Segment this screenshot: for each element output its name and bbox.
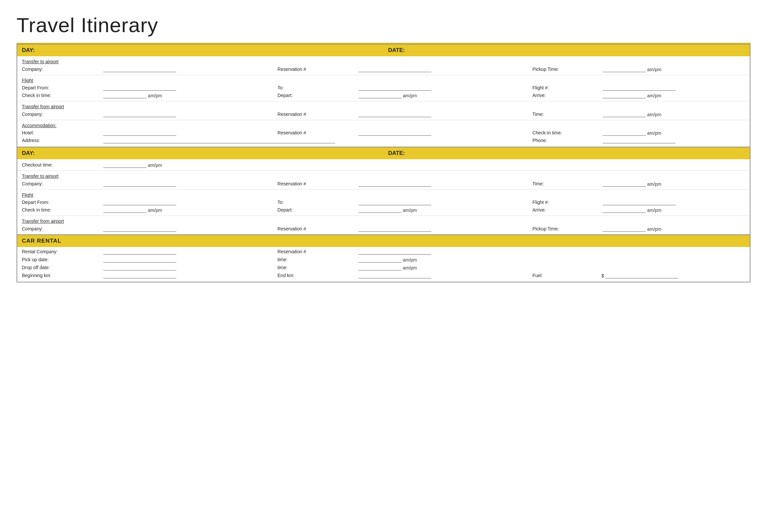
transfer-to2-reservation-field[interactable] xyxy=(359,181,431,187)
transfer-from1-time-label: Time: xyxy=(528,110,597,120)
flight1-heading-row: Flight xyxy=(17,75,750,84)
flight1-arrive-field[interactable] xyxy=(603,92,646,98)
transfer-from-airport-1-heading-row: Transfer from airport xyxy=(17,101,750,110)
transfer-to2-time-label: Time: xyxy=(528,179,597,190)
transfer-from2-company-label: Company: xyxy=(17,224,97,235)
transfer-from2-reservation-field[interactable] xyxy=(359,226,431,232)
flight2-arrive-ampm: am/pm xyxy=(647,208,661,213)
transfer-from1-time-field[interactable] xyxy=(603,111,646,117)
transfer1-ampm: am/pm xyxy=(647,67,661,72)
transfer1-pickup-field[interactable] xyxy=(603,66,646,72)
accommodation-1-row1: Hotel: Reservation # Check-in time: am/p… xyxy=(17,129,750,136)
checkout-ampm: am/pm xyxy=(148,163,162,168)
flight2-arrive-field[interactable] xyxy=(603,207,646,213)
transfer-from-airport-2-fields-row: Company: Reservation # Pickup Time: am/p… xyxy=(17,224,750,235)
transfer1-reservation-label: Reservation # xyxy=(273,65,353,75)
end-km-label: End km: xyxy=(273,271,353,282)
transfer-to2-company-label: Company: xyxy=(17,179,97,190)
day1-label: DAY: xyxy=(17,44,384,56)
beginning-km-field[interactable] xyxy=(103,272,176,278)
flight1-flightnum-label: Flight #: xyxy=(528,84,597,91)
flight2-depart-ampm: am/pm xyxy=(403,208,417,213)
day2-label: DAY: xyxy=(17,147,384,159)
dropoff-date-field[interactable] xyxy=(103,265,176,270)
transfer-from1-reservation-field[interactable] xyxy=(359,111,431,117)
flight2-depart-field[interactable] xyxy=(359,207,402,213)
accommodation1-checkin-field[interactable] xyxy=(603,130,646,136)
transfer-to2-company-field[interactable] xyxy=(103,181,176,187)
dropoff-time-ampm: am/pm xyxy=(403,265,417,270)
transfer-to-airport-1-heading: Transfer to airport xyxy=(22,59,59,64)
rental-company-field[interactable] xyxy=(103,249,176,255)
accommodation1-address-field[interactable] xyxy=(103,137,335,143)
transfer1-company-field[interactable] xyxy=(103,66,176,72)
car-rental-heading: CAR RENTAL xyxy=(17,235,750,247)
transfer-from1-company-field[interactable] xyxy=(103,111,176,117)
transfer-from2-company-field[interactable] xyxy=(103,226,176,232)
flight1-depart-field[interactable] xyxy=(359,92,402,98)
car-rental-row4: Beginning km: End km: Fuel: $ xyxy=(17,271,750,282)
flight2-depart-from-label: Depart From: xyxy=(17,198,97,206)
flight1-to-field[interactable] xyxy=(359,85,431,91)
accommodation1-reservation-field[interactable] xyxy=(359,130,431,136)
flight1-flightnum-field[interactable] xyxy=(603,85,676,91)
transfer1-reservation-field[interactable] xyxy=(359,66,431,72)
accommodation1-phone-field[interactable] xyxy=(603,137,676,143)
car-rental-header-row: CAR RENTAL xyxy=(17,235,750,247)
dropoff-time-label: time: xyxy=(273,264,353,271)
transfer-from1-reservation-label: Reservation # xyxy=(273,110,353,120)
transfer-to2-ampm: am/pm xyxy=(647,181,661,187)
flight2-checkin-label: Check in time: xyxy=(17,206,97,216)
transfer-from2-pickup-label: Pickup Time: xyxy=(528,224,597,235)
dropoff-date-label: Drop off date: xyxy=(17,264,97,271)
car-rental-row3: Drop off date: time: am/pm xyxy=(17,264,750,271)
checkout-field[interactable] xyxy=(103,162,146,168)
flight1-arrive-ampm: am/pm xyxy=(647,93,661,98)
flight2-to-field[interactable] xyxy=(359,199,431,205)
flight2-checkin-field[interactable] xyxy=(103,207,146,213)
date1-label: DATE: xyxy=(384,44,750,56)
transfer-to-airport-1-heading-row: Transfer to airport xyxy=(17,56,750,65)
accommodation1-hotel-field[interactable] xyxy=(103,130,176,136)
pickup-time-label: time: xyxy=(273,256,353,264)
transfer-from2-pickup-field[interactable] xyxy=(603,226,646,232)
pickup-date-field[interactable] xyxy=(103,257,176,263)
fuel-label: Fuel: xyxy=(528,271,597,282)
accommodation1-hotel-label: Hotel: xyxy=(17,129,97,136)
fuel-dollar: $ xyxy=(601,273,604,278)
flight2-row1: Depart From: To: Flight #: xyxy=(17,198,750,206)
end-km-field[interactable] xyxy=(359,272,431,278)
flight1-to-label: To: xyxy=(273,84,353,91)
transfer-from1-ampm: am/pm xyxy=(647,112,661,117)
flight1-checkin-field[interactable] xyxy=(103,92,146,98)
dropoff-time-field[interactable] xyxy=(359,265,402,270)
rental-reservation-label: Reservation # xyxy=(273,247,353,256)
transfer-from2-ampm: am/pm xyxy=(647,226,661,232)
flight2-flightnum-field[interactable] xyxy=(603,199,676,205)
beginning-km-label: Beginning km: xyxy=(17,271,97,282)
transfer-to2-time-field[interactable] xyxy=(603,181,646,187)
transfer-to-airport-2-heading: Transfer to airport xyxy=(22,173,59,179)
transfer-from-airport-1-heading: Transfer from airport xyxy=(22,104,64,109)
fuel-field[interactable] xyxy=(605,272,678,278)
pickup-time-field[interactable] xyxy=(359,257,402,263)
rental-reservation-field[interactable] xyxy=(359,249,431,255)
flight2-depart-from-field[interactable] xyxy=(103,199,176,205)
page-title: Travel Itinerary xyxy=(17,13,750,37)
flight2-to-label: To: xyxy=(273,198,353,206)
pickup-date-label: Pick up date: xyxy=(17,256,97,264)
transfer-to-airport-1-fields-row: Company: Reservation # Pickup Time: am/p… xyxy=(17,65,750,75)
transfer-to-airport-2-heading-row: Transfer to airport xyxy=(17,171,750,180)
accommodation-1-row2: Address: Phone: xyxy=(17,136,750,147)
transfer-to2-reservation-label: Reservation # xyxy=(273,179,353,190)
flight1-depart-ampm: am/pm xyxy=(403,93,417,98)
flight1-checkin-label: Check in time: xyxy=(17,91,97,101)
flight1-depart-from-field[interactable] xyxy=(103,85,176,91)
flight2-row2: Check in time: am/pm Depart: am/pm Arriv… xyxy=(17,206,750,216)
transfer-from-airport-2-heading: Transfer from airport xyxy=(22,218,64,224)
checkout-label: Checkout time: xyxy=(17,159,97,171)
car-rental-row1: Rental Company: Reservation # xyxy=(17,247,750,256)
flight2-arrive-label: Arrive: xyxy=(528,206,597,216)
flight1-depart-label: Depart: xyxy=(273,91,353,101)
flight2-heading-row: Flight xyxy=(17,190,750,199)
